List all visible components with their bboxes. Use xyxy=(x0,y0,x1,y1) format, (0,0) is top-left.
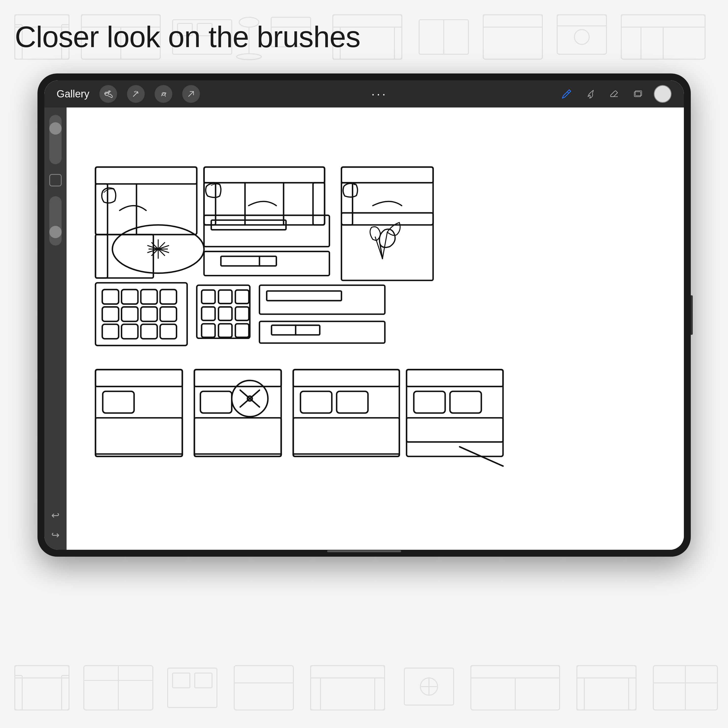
svg-rect-50 xyxy=(471,665,560,710)
svg-rect-42 xyxy=(310,665,385,710)
svg-rect-103 xyxy=(102,307,119,321)
pen-tool-button[interactable] xyxy=(559,87,574,101)
opacity-slider[interactable] xyxy=(49,196,62,246)
drawing-canvas xyxy=(67,107,684,550)
svg-rect-53 xyxy=(577,665,636,710)
svg-rect-119 xyxy=(219,324,232,337)
svg-rect-43 xyxy=(310,665,385,678)
ipad-screen: Gallery xyxy=(44,80,684,550)
svg-rect-71 xyxy=(95,167,197,184)
svg-rect-116 xyxy=(219,307,232,321)
svg-rect-122 xyxy=(266,291,341,301)
svg-rect-104 xyxy=(122,307,138,321)
svg-rect-39 xyxy=(195,673,212,688)
svg-rect-111 xyxy=(197,285,250,338)
svg-rect-120 xyxy=(235,324,249,337)
svg-rect-86 xyxy=(313,183,324,225)
svg-rect-56 xyxy=(629,678,636,710)
svg-rect-95 xyxy=(221,256,276,266)
svg-rect-37 xyxy=(168,668,217,708)
svg-rect-127 xyxy=(95,370,182,386)
svg-rect-118 xyxy=(202,324,215,337)
svg-rect-113 xyxy=(219,290,232,304)
eraser-tool-button[interactable] xyxy=(606,87,621,101)
svg-rect-108 xyxy=(122,324,138,339)
magic-wand-icon-button[interactable] xyxy=(127,85,145,103)
svg-rect-107 xyxy=(102,324,119,339)
svg-rect-142 xyxy=(300,391,332,413)
svg-rect-45 xyxy=(375,678,385,710)
svg-rect-46 xyxy=(404,668,454,705)
svg-rect-34 xyxy=(84,665,153,710)
ipad-frame: Gallery xyxy=(37,73,691,557)
svg-rect-44 xyxy=(310,678,321,710)
svg-rect-84 xyxy=(204,167,324,183)
arrow-icon-button[interactable] xyxy=(182,85,200,103)
svg-rect-117 xyxy=(235,307,249,321)
svg-rect-148 xyxy=(414,391,445,413)
svg-rect-114 xyxy=(235,290,249,304)
svg-rect-90 xyxy=(341,167,433,183)
svg-rect-55 xyxy=(577,678,584,710)
svg-rect-133 xyxy=(200,391,231,413)
svg-rect-40 xyxy=(234,665,294,710)
svg-rect-109 xyxy=(141,324,157,339)
svg-rect-33 xyxy=(62,676,69,710)
svg-rect-75 xyxy=(95,235,107,278)
svg-rect-121 xyxy=(259,285,385,314)
brush-tool-button[interactable] xyxy=(583,87,598,101)
svg-rect-149 xyxy=(450,391,481,413)
more-options-button[interactable]: ··· xyxy=(371,87,387,101)
svg-rect-31 xyxy=(15,665,69,678)
svg-rect-128 xyxy=(102,391,134,413)
opacity-thumb[interactable] xyxy=(49,226,62,238)
svg-rect-30 xyxy=(15,665,69,710)
svg-rect-147 xyxy=(407,370,503,386)
svg-line-60 xyxy=(133,92,138,96)
svg-line-62 xyxy=(137,92,137,92)
svg-rect-141 xyxy=(293,370,399,386)
toolbar-left: Gallery xyxy=(57,85,200,103)
svg-rect-83 xyxy=(204,167,324,225)
main-content: Closer look on the brushes Gallery xyxy=(0,0,728,572)
svg-line-64 xyxy=(135,92,135,92)
svg-rect-94 xyxy=(204,251,329,275)
svg-point-47 xyxy=(420,678,437,695)
toolbar-center: ··· xyxy=(200,87,559,101)
svg-rect-105 xyxy=(141,307,157,321)
wrench-icon-button[interactable] xyxy=(99,85,117,103)
ipad-wrapper: Gallery xyxy=(15,73,713,557)
brush-size-thumb[interactable] xyxy=(49,122,62,135)
color-picker-button[interactable] xyxy=(654,85,671,103)
svg-rect-144 xyxy=(293,418,399,457)
svg-rect-150 xyxy=(407,418,503,442)
svg-rect-32 xyxy=(15,676,22,710)
page-title: Closer look on the brushes xyxy=(15,20,713,54)
svg-rect-100 xyxy=(122,290,138,304)
smudge-icon-button[interactable] xyxy=(154,85,172,103)
svg-rect-110 xyxy=(160,324,176,339)
ipad-side-button xyxy=(691,295,693,335)
layers-button[interactable] xyxy=(630,87,645,101)
svg-rect-57 xyxy=(653,665,717,710)
home-indicator[interactable] xyxy=(49,174,62,187)
svg-line-66 xyxy=(567,92,569,93)
svg-rect-97 xyxy=(341,213,433,281)
svg-rect-143 xyxy=(336,391,368,413)
undo-button[interactable]: ↩ xyxy=(48,508,63,523)
toolbar: Gallery xyxy=(44,80,684,107)
svg-rect-115 xyxy=(202,307,215,321)
svg-rect-112 xyxy=(202,290,215,304)
ipad-home-bar xyxy=(327,550,401,552)
redo-button[interactable]: ↪ xyxy=(48,528,63,542)
svg-rect-134 xyxy=(194,418,281,457)
svg-rect-38 xyxy=(173,673,190,688)
svg-rect-72 xyxy=(95,184,107,234)
gallery-button[interactable]: Gallery xyxy=(57,88,89,100)
svg-rect-51 xyxy=(471,665,560,678)
svg-rect-102 xyxy=(160,290,176,304)
toolbar-right xyxy=(559,85,671,103)
svg-rect-99 xyxy=(102,290,119,304)
side-panel: ↩ ↪ xyxy=(44,107,67,550)
brush-size-slider[interactable] xyxy=(49,115,62,164)
